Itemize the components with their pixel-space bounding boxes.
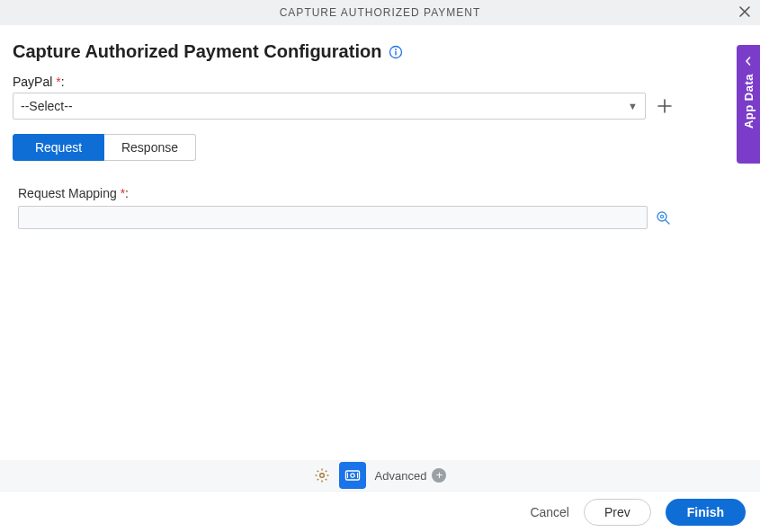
prev-button[interactable]: Prev [584, 499, 651, 526]
page-title: Capture Authorized Payment Configuration [13, 41, 381, 62]
finish-label: Finish [687, 505, 724, 519]
add-paypal-button[interactable] [655, 96, 675, 116]
payment-icon[interactable] [339, 462, 366, 489]
svg-point-3 [657, 212, 666, 221]
paypal-select[interactable]: --Select-- ▼ [13, 93, 646, 120]
paypal-select-row: --Select-- ▼ [13, 93, 747, 120]
cancel-label: Cancel [530, 505, 569, 519]
dialog-footer: Cancel Prev Finish [0, 491, 760, 532]
finish-button[interactable]: Finish [666, 499, 746, 526]
page-title-row: Capture Authorized Payment Configuration [13, 41, 747, 62]
gear-icon[interactable] [314, 467, 330, 483]
app-data-label: App Data [742, 74, 756, 129]
request-mapping-row [18, 206, 747, 229]
prev-label: Prev [604, 505, 630, 519]
paypal-label-text: PayPal [13, 75, 52, 89]
dialog-header: CAPTURE AUTHORIZED PAYMENT [0, 0, 760, 25]
tabs: Request Response [13, 134, 747, 161]
info-icon[interactable] [389, 45, 403, 59]
preview-icon[interactable] [655, 209, 671, 226]
label-colon: : [61, 75, 65, 89]
svg-point-7 [350, 474, 353, 477]
dialog-body: Capture Authorized Payment Configuration… [0, 25, 760, 229]
tab-response[interactable]: Response [104, 134, 196, 161]
tab-response-label: Response [121, 140, 178, 155]
advanced-label: Advanced [375, 469, 427, 483]
bottom-toolbar: Advanced + [0, 460, 760, 491]
dialog-title: CAPTURE AUTHORIZED PAYMENT [280, 6, 481, 19]
svg-point-5 [319, 474, 324, 478]
label-colon: : [125, 186, 129, 200]
svg-rect-2 [396, 50, 397, 55]
cancel-button[interactable]: Cancel [530, 505, 569, 519]
tab-request-label: Request [35, 140, 82, 155]
paypal-selected-value: --Select-- [21, 99, 73, 113]
svg-point-4 [660, 215, 663, 217]
app-data-side-tab[interactable]: App Data [737, 45, 760, 164]
request-mapping-input[interactable] [18, 206, 648, 229]
chevron-down-icon: ▼ [628, 101, 638, 111]
plus-circle-icon: + [432, 468, 446, 483]
paypal-label: PayPal *: [13, 75, 747, 89]
tab-request[interactable]: Request [13, 134, 104, 161]
close-icon[interactable] [738, 4, 751, 21]
request-mapping-label-text: Request Mapping [18, 186, 117, 200]
request-mapping-label: Request Mapping *: [18, 186, 747, 200]
svg-point-1 [395, 49, 397, 50]
advanced-toggle[interactable]: Advanced + [375, 468, 447, 483]
chevron-left-icon [744, 54, 753, 68]
